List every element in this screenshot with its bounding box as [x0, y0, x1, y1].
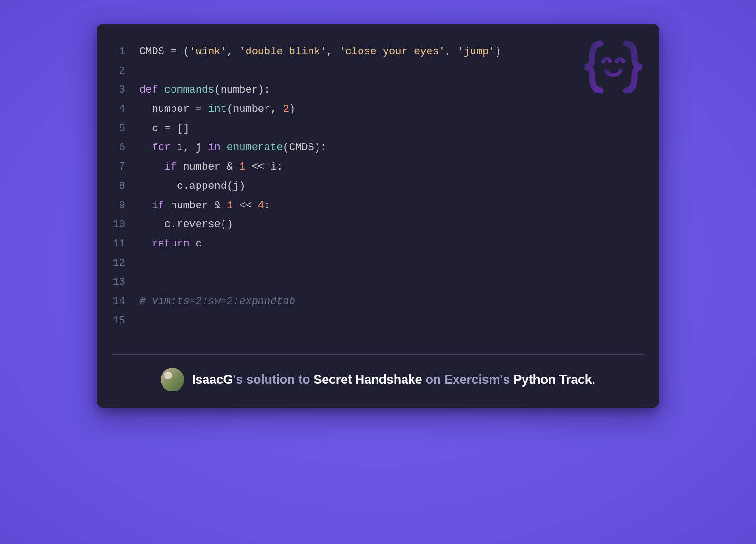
code-content: number = int(number, 2)	[139, 100, 640, 119]
code-line: 4 number = int(number, 2)	[111, 100, 640, 119]
code-content: c = []	[139, 119, 640, 139]
line-number: 11	[111, 235, 139, 254]
code-line: 15	[111, 312, 640, 331]
code-line: 7 if number & 1 << i:	[111, 158, 640, 177]
code-content: c.append(j)	[139, 177, 640, 196]
code-content	[139, 273, 640, 292]
code-content: if number & 1 << i:	[139, 158, 640, 177]
track-name: Python Track.	[513, 373, 595, 387]
exercise-name: Secret Handshake	[314, 373, 422, 387]
code-content: CMDS = ('wink', 'double blink', 'close y…	[139, 42, 640, 62]
code-content: # vim:ts=2:sw=2:expandtab	[139, 292, 640, 312]
avatar	[161, 368, 184, 391]
line-number: 12	[111, 254, 139, 273]
code-line: 2	[111, 62, 640, 81]
line-number: 5	[111, 119, 139, 139]
code-content: return c	[139, 235, 640, 254]
code-block: 1CMDS = ('wink', 'double blink', 'close …	[97, 42, 659, 354]
line-number: 8	[111, 177, 139, 196]
line-number: 10	[111, 215, 139, 235]
code-content: if number & 1 << 4:	[139, 196, 640, 216]
code-line: 6 for i, j in enumerate(CMDS):	[111, 138, 640, 158]
code-line: 8 c.append(j)	[111, 177, 640, 196]
code-line: 10 c.reverse()	[111, 215, 640, 235]
author-name: IsaacG	[192, 373, 233, 387]
attribution-text: IsaacG's solution to Secret Handshake on…	[192, 373, 595, 387]
code-line: 11 return c	[111, 235, 640, 254]
code-line: 3def commands(number):	[111, 81, 640, 100]
code-line: 12	[111, 254, 640, 273]
line-number: 9	[111, 196, 139, 216]
code-line: 9 if number & 1 << 4:	[111, 196, 640, 216]
line-number: 13	[111, 273, 139, 292]
line-number: 7	[111, 158, 139, 177]
code-content	[139, 254, 640, 273]
code-content: def commands(number):	[139, 81, 640, 100]
solution-to-label: solution to	[246, 373, 313, 387]
code-card: 1CMDS = ('wink', 'double blink', 'close …	[97, 24, 659, 408]
code-line: 1CMDS = ('wink', 'double blink', 'close …	[111, 42, 640, 62]
possessive: 's	[233, 373, 246, 387]
code-content: for i, j in enumerate(CMDS):	[139, 138, 640, 158]
on-exercism-label: on Exercism's	[422, 373, 513, 387]
code-content: c.reverse()	[139, 215, 640, 235]
line-number: 2	[111, 62, 139, 81]
code-line: 14# vim:ts=2:sw=2:expandtab	[111, 292, 640, 312]
code-content	[139, 312, 640, 331]
line-number: 6	[111, 138, 139, 158]
line-number: 14	[111, 292, 139, 312]
attribution-footer: IsaacG's solution to Secret Handshake on…	[97, 355, 659, 408]
line-number: 1	[111, 42, 139, 62]
code-line: 5 c = []	[111, 119, 640, 139]
line-number: 3	[111, 81, 139, 100]
line-number: 4	[111, 100, 139, 119]
code-content	[139, 62, 640, 81]
line-number: 15	[111, 312, 139, 331]
code-line: 13	[111, 273, 640, 292]
